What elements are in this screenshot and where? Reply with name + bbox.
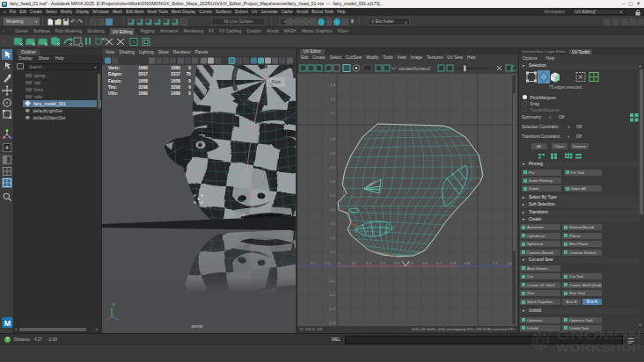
svg-text:0.9: 0.9	[330, 137, 335, 141]
svg-text:1.3: 1.3	[330, 83, 335, 87]
svg-text:0.7: 0.7	[330, 165, 335, 170]
svg-text:0.3: 0.3	[330, 221, 335, 226]
svg-text:-0.1: -0.1	[324, 261, 331, 265]
svg-text:0.1: 0.1	[330, 250, 335, 254]
svg-text:0.3: 0.3	[380, 261, 385, 265]
svg-text:GNOMON: GNOMON	[556, 329, 641, 342]
svg-text:1.2: 1.2	[330, 97, 335, 101]
svg-text:standardSurface2: standardSurface2	[399, 67, 431, 71]
svg-text:THE: THE	[546, 329, 552, 339]
svg-text:0.5: 0.5	[330, 193, 335, 198]
svg-text:Front: Front	[272, 80, 282, 84]
svg-text:M: M	[4, 319, 11, 328]
svg-text:0.6: 0.6	[422, 261, 428, 265]
svg-text:Y: Y	[113, 302, 115, 307]
svg-text:1.1: 1.1	[330, 111, 335, 115]
svg-text:0.2: 0.2	[366, 261, 371, 265]
svg-text:0.4: 0.4	[394, 261, 399, 265]
svg-text:-0.2: -0.2	[310, 261, 317, 265]
svg-text:0.2: 0.2	[330, 235, 335, 240]
svg-text:persp: persp	[192, 323, 203, 329]
svg-text:-0.3: -0.3	[329, 307, 336, 311]
svg-text:0.6: 0.6	[330, 179, 335, 184]
svg-text:1.1: 1.1	[493, 261, 498, 265]
svg-text:0.4: 0.4	[330, 207, 335, 212]
svg-text:0.1: 0.1	[352, 261, 357, 265]
svg-text:0.9: 0.9	[465, 261, 470, 265]
svg-text:0.8: 0.8	[450, 261, 456, 265]
svg-text:-0.1: -0.1	[329, 279, 336, 283]
svg-text:-0.4: -0.4	[329, 321, 336, 325]
svg-text:0.8: 0.8	[330, 151, 335, 156]
svg-text:0.7: 0.7	[436, 261, 442, 265]
svg-text:WORKSHOP: WORKSHOP	[556, 341, 641, 354]
svg-text:-0.2: -0.2	[329, 293, 336, 297]
